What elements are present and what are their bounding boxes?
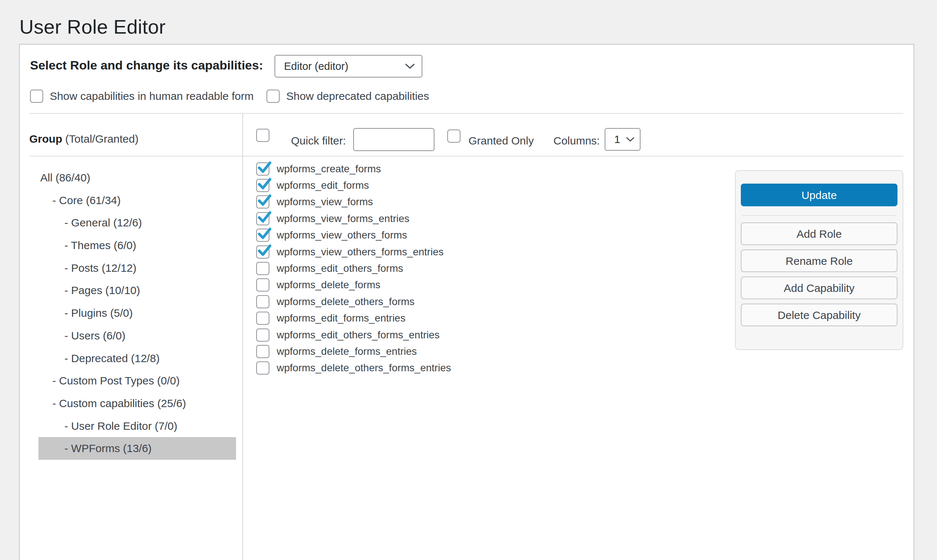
- actions-separator: [741, 215, 897, 216]
- columns-select[interactable]: 1: [605, 128, 641, 151]
- capability-row: wpforms_edit_others_forms: [256, 260, 451, 277]
- column-divider: [242, 114, 243, 560]
- select-role-label: Select Role and change its capabilities:: [30, 57, 263, 74]
- group-tree-item-label: - Core (61/34): [52, 194, 121, 206]
- group-tree-item[interactable]: - Core (61/34): [39, 189, 236, 212]
- capability-row: wpforms_view_others_forms_entries: [256, 244, 451, 260]
- secondary-actions: Add RoleRename RoleAdd CapabilityDelete …: [741, 222, 897, 326]
- group-tree-item[interactable]: All (86/40): [39, 166, 236, 189]
- user-role-editor-page: User Role Editor Select Role and change …: [0, 0, 937, 560]
- show-deprecated-label: Show deprecated capabilities: [286, 89, 429, 103]
- group-tree-item[interactable]: - Custom capabilities (25/6): [39, 392, 236, 415]
- group-tree-item-label: - Plugins (5/0): [65, 307, 133, 319]
- group-tree-item[interactable]: - User Role Editor (7/0): [39, 415, 236, 437]
- rename-role-button[interactable]: Rename Role: [741, 249, 897, 272]
- group-tree-item-label: - Posts (12/12): [65, 262, 137, 274]
- capability-row: wpforms_delete_others_forms_entries: [256, 360, 451, 376]
- capability-row: wpforms_edit_others_forms_entries: [256, 327, 451, 343]
- capability-row: wpforms_edit_forms: [256, 177, 451, 194]
- columns-select-value: 1: [614, 133, 620, 146]
- capability-checkbox[interactable]: [256, 212, 270, 225]
- header-separator: [29, 113, 903, 114]
- columns-label: Columns:: [553, 134, 600, 148]
- select-all-capabilities-checkbox[interactable]: [256, 129, 270, 142]
- group-tree-item[interactable]: - Pages (10/10): [39, 279, 236, 302]
- group-tree-item[interactable]: - WPForms (13/6): [39, 437, 236, 460]
- add-capability-button[interactable]: Add Capability: [741, 277, 897, 299]
- capability-row: wpforms_view_forms_entries: [256, 210, 451, 227]
- group-tree-item-label: - Pages (10/10): [65, 284, 140, 296]
- checkmark-icon: [256, 192, 272, 209]
- capability-name: wpforms_view_others_forms: [277, 229, 407, 241]
- checkmark-icon: [256, 176, 272, 192]
- capability-checkbox[interactable]: [256, 229, 270, 242]
- group-tree-item-label: - Deprecated (12/8): [65, 352, 160, 364]
- capability-row: wpforms_create_forms: [256, 161, 451, 177]
- group-tree-item-label: - WPForms (13/6): [65, 442, 151, 454]
- capability-checkbox[interactable]: [256, 179, 270, 192]
- group-tree-item[interactable]: - General (12/6): [39, 211, 236, 234]
- capability-checkbox[interactable]: [256, 362, 270, 375]
- group-tree-item-label: - Users (6/0): [65, 329, 126, 342]
- capability-name: wpforms_edit_forms_entries: [277, 312, 405, 324]
- capability-name: wpforms_view_forms: [277, 196, 373, 208]
- capability-checkbox[interactable]: [256, 245, 270, 258]
- checkmark-icon: [256, 226, 272, 242]
- capability-row: wpforms_delete_forms_entries: [256, 343, 451, 360]
- group-tree-item[interactable]: - Deprecated (12/8): [39, 347, 236, 370]
- capability-row: wpforms_view_others_forms: [256, 227, 451, 244]
- page-title: User Role Editor: [19, 15, 165, 38]
- capability-name: wpforms_edit_forms: [277, 180, 369, 191]
- group-tree-item-label: All (86/40): [40, 172, 90, 184]
- capability-checkbox[interactable]: [256, 262, 270, 275]
- granted-only-label: Granted Only: [468, 134, 534, 148]
- actions-panel: Update Add RoleRename RoleAdd Capability…: [735, 170, 903, 350]
- group-tree-item-label: - Custom capabilities (25/6): [52, 397, 186, 409]
- capability-checkbox[interactable]: [256, 312, 270, 325]
- role-select-value: Editor (editor): [284, 60, 348, 72]
- capability-checkbox[interactable]: [256, 162, 270, 175]
- group-tree-item-label: - Custom Post Types (0/0): [52, 375, 180, 387]
- group-tree-item-label: - Themes (6/0): [65, 239, 136, 251]
- delete-capability-button[interactable]: Delete Capability: [741, 304, 897, 326]
- quick-filter-label: Quick filter:: [291, 134, 346, 148]
- capability-row: wpforms_view_forms: [256, 194, 451, 210]
- capability-name: wpforms_view_forms_entries: [277, 213, 410, 225]
- show-human-readable-label: Show capabilities in human readable form: [50, 89, 254, 103]
- group-tree-item[interactable]: - Custom Post Types (0/0): [39, 369, 236, 392]
- checkmark-icon: [256, 243, 272, 258]
- capability-checkbox[interactable]: [256, 345, 270, 358]
- capability-checkbox[interactable]: [256, 278, 270, 292]
- group-tree-item[interactable]: - Users (6/0): [39, 325, 236, 347]
- group-tree-item-label: - User Role Editor (7/0): [65, 420, 177, 432]
- group-column-header: Group (Total/Granted): [29, 132, 138, 146]
- capability-name: wpforms_edit_others_forms_entries: [277, 329, 439, 341]
- update-button[interactable]: Update: [741, 184, 897, 206]
- group-tree-item[interactable]: - Posts (12/12): [39, 257, 236, 280]
- add-role-button[interactable]: Add Role: [741, 222, 897, 245]
- capability-name: wpforms_edit_others_forms: [277, 263, 403, 274]
- checkmark-icon: [256, 160, 272, 175]
- capability-checkbox[interactable]: [256, 195, 270, 209]
- role-select[interactable]: Editor (editor): [274, 55, 422, 77]
- show-deprecated-checkbox[interactable]: [267, 89, 280, 103]
- group-tree-item[interactable]: - Plugins (5/0): [39, 302, 236, 325]
- group-header-bold: Group: [29, 133, 62, 145]
- capability-row: wpforms_delete_forms: [256, 277, 451, 293]
- capabilities-list: wpforms_create_forms wpforms_edit_forms …: [256, 161, 451, 376]
- capability-name: wpforms_delete_others_forms: [277, 296, 415, 308]
- group-tree-item[interactable]: - Themes (6/0): [39, 234, 236, 257]
- capability-checkbox[interactable]: [256, 328, 270, 342]
- capability-name: wpforms_delete_others_forms_entries: [277, 362, 451, 374]
- filter-row-separator: [29, 156, 903, 157]
- checkmark-icon: [256, 209, 272, 225]
- group-header-rest: (Total/Granted): [62, 133, 138, 145]
- group-tree-item-label: - General (12/6): [65, 217, 142, 229]
- capability-name: wpforms_create_forms: [277, 163, 381, 175]
- capability-name: wpforms_delete_forms_entries: [277, 346, 417, 357]
- show-human-readable-checkbox[interactable]: [30, 89, 43, 103]
- capability-checkbox[interactable]: [256, 295, 270, 308]
- capability-row: wpforms_delete_others_forms: [256, 293, 451, 310]
- granted-only-checkbox[interactable]: [447, 129, 461, 143]
- quick-filter-input[interactable]: [353, 128, 435, 151]
